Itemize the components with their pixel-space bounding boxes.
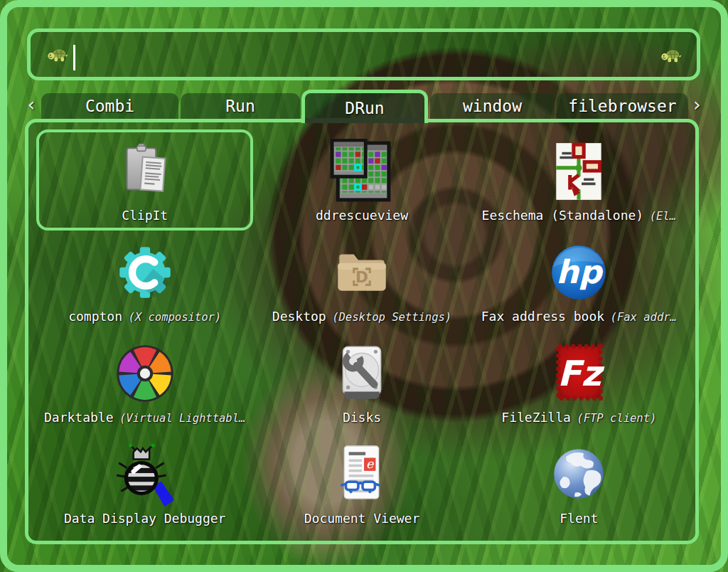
scroll-right-icon[interactable]: › [691, 95, 702, 114]
app-label: ddrescueview [316, 208, 408, 223]
aperture-wheel-icon [112, 341, 178, 406]
folder-d-icon: D [329, 240, 395, 305]
scroll-left-icon[interactable]: ‹ [26, 95, 37, 114]
app-label: Eeschema (Standalone) [482, 208, 644, 223]
circuit-schematic-icon [546, 139, 611, 204]
app-label: Fax address book [481, 309, 604, 324]
svg-text:e: e [366, 457, 375, 471]
app-flent[interactable]: Flent [471, 433, 687, 534]
app-filezilla[interactable]: Fz FileZilla(FTP client) [471, 332, 687, 433]
tab-filebrowser[interactable]: filebrowser [557, 93, 688, 119]
app-label: compton [68, 309, 122, 324]
tab-combi[interactable]: Combi [41, 93, 178, 119]
bug-magnifier-icon [112, 442, 178, 507]
document-glasses-icon: e [329, 442, 395, 507]
drive-wrench-icon [329, 341, 395, 406]
clipboard-icon [112, 139, 178, 204]
turtle-icon [47, 47, 68, 64]
tab-drun[interactable]: DRun [301, 90, 428, 123]
hp-logo-icon: hp [546, 240, 611, 305]
app-darktable[interactable]: Darktable(Virtual Lighttabl… [36, 332, 253, 433]
turtle-icon [660, 48, 682, 65]
app-label: Document Viewer [304, 511, 420, 526]
search-input[interactable] [27, 28, 700, 80]
app-eeschema[interactable]: Eeschema (Standalone)(El… [471, 129, 687, 231]
app-label: ClipIt [122, 208, 168, 223]
app-clipit[interactable]: ClipIt [36, 129, 253, 231]
app-document-viewer[interactable]: e Document Viewer [253, 433, 470, 534]
svg-text:D: D [355, 268, 368, 286]
app-ddrescueview[interactable]: ddrescueview [253, 129, 470, 231]
app-disks[interactable]: Disks [253, 332, 470, 433]
tab-run[interactable]: Run [181, 93, 300, 119]
app-label: Desktop [272, 309, 326, 324]
block-map-icon [329, 139, 395, 204]
text-cursor [73, 45, 75, 70]
app-desktop[interactable]: D Desktop(Desktop Settings) [253, 231, 470, 332]
app-compton[interactable]: compton(X compositor) [36, 231, 253, 332]
stamp-fz-icon: Fz [546, 341, 611, 406]
app-label: FileZilla [501, 410, 571, 425]
app-label: Data Display Debugger [64, 511, 226, 526]
app-list: ClipIt [25, 119, 699, 544]
svg-text:Fz: Fz [557, 353, 605, 394]
tab-window[interactable]: window [430, 93, 555, 119]
app-label: Disks [343, 410, 381, 425]
app-fax-address-book[interactable]: hp Fax address book(Fax addr… [471, 231, 687, 332]
gear-c-icon [112, 240, 178, 305]
app-label: Flent [560, 511, 598, 526]
app-label: Darktable [44, 410, 114, 425]
mode-tabbar: Combi Run DRun window filebrowser [25, 90, 699, 119]
svg-text:hp: hp [556, 253, 604, 291]
app-data-display-debugger[interactable]: Data Display Debugger [36, 433, 253, 534]
globe-icon [546, 442, 611, 507]
